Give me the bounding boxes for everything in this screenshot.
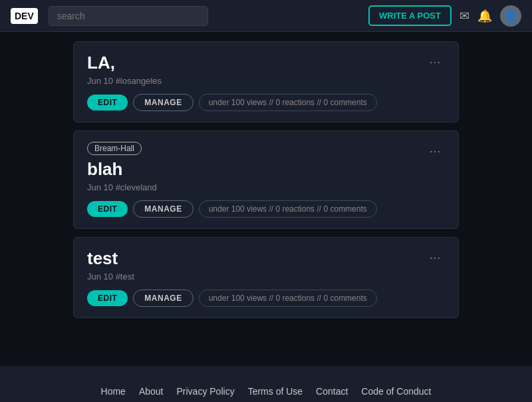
search-input[interactable] bbox=[49, 6, 208, 26]
footer-link[interactable]: Terms of Use bbox=[248, 386, 303, 397]
footer-link[interactable]: Code of Conduct bbox=[361, 386, 431, 397]
post-card-left: LA, Jun 10 #losangeles EDIT MANAGE under… bbox=[87, 53, 377, 111]
send-icon[interactable]: ✉ bbox=[460, 9, 469, 23]
post-title: test bbox=[87, 248, 377, 269]
post-card-top: LA, Jun 10 #losangeles EDIT MANAGE under… bbox=[87, 53, 445, 111]
post-stats: under 100 views // 0 reactions // 0 comm… bbox=[199, 290, 377, 307]
footer-link[interactable]: Privacy Policy bbox=[177, 386, 235, 397]
edit-button[interactable]: EDIT bbox=[87, 201, 128, 217]
bell-icon[interactable]: 🔔 bbox=[477, 9, 492, 23]
post-card-top: test Jun 10 #test EDIT MANAGE under 100 … bbox=[87, 248, 445, 307]
post-title: blah bbox=[87, 159, 377, 180]
post-tag[interactable]: Bream-Hall bbox=[87, 142, 142, 155]
post-card: Bream-Hall blah Jun 10 #cleveland EDIT M… bbox=[73, 130, 459, 229]
post-stats: under 100 views // 0 reactions // 0 comm… bbox=[199, 200, 377, 218]
footer-link[interactable]: About bbox=[139, 386, 164, 397]
edit-button[interactable]: EDIT bbox=[87, 290, 128, 306]
logo[interactable]: DEV bbox=[11, 8, 38, 24]
main-content: LA, Jun 10 #losangeles EDIT MANAGE under… bbox=[0, 32, 532, 318]
post-card: test Jun 10 #test EDIT MANAGE under 100 … bbox=[73, 237, 459, 318]
post-card: LA, Jun 10 #losangeles EDIT MANAGE under… bbox=[73, 41, 459, 122]
manage-button[interactable]: MANAGE bbox=[133, 200, 193, 218]
post-actions: EDIT MANAGE under 100 views // 0 reactio… bbox=[87, 200, 377, 218]
header-right: WRITE A POST ✉ 🔔 👤 bbox=[368, 5, 521, 27]
more-menu-button[interactable]: … bbox=[426, 142, 445, 156]
footer-link[interactable]: Home bbox=[101, 386, 126, 397]
post-card-left: test Jun 10 #test EDIT MANAGE under 100 … bbox=[87, 248, 377, 307]
post-title: LA, bbox=[87, 53, 377, 73]
post-card-left: Bream-Hall blah Jun 10 #cleveland EDIT M… bbox=[87, 142, 377, 218]
post-card-top: Bream-Hall blah Jun 10 #cleveland EDIT M… bbox=[87, 142, 445, 218]
post-actions: EDIT MANAGE under 100 views // 0 reactio… bbox=[87, 290, 377, 307]
more-menu-button[interactable]: … bbox=[426, 53, 445, 67]
footer-spacer bbox=[0, 326, 532, 366]
manage-button[interactable]: MANAGE bbox=[133, 94, 193, 111]
post-stats: under 100 views // 0 reactions // 0 comm… bbox=[199, 94, 377, 111]
manage-button[interactable]: MANAGE bbox=[133, 290, 193, 307]
post-meta: Jun 10 #cleveland bbox=[87, 182, 377, 192]
post-actions: EDIT MANAGE under 100 views // 0 reactio… bbox=[87, 94, 377, 111]
post-meta: Jun 10 #test bbox=[87, 272, 377, 282]
edit-button[interactable]: EDIT bbox=[87, 95, 128, 110]
post-meta: Jun 10 #losangeles bbox=[87, 76, 377, 86]
avatar[interactable]: 👤 bbox=[500, 5, 521, 27]
footer: HomeAboutPrivacy PolicyTerms of UseConta… bbox=[0, 366, 532, 402]
footer-link[interactable]: Contact bbox=[316, 386, 348, 397]
footer-links: HomeAboutPrivacy PolicyTerms of UseConta… bbox=[101, 386, 432, 397]
header: DEV WRITE A POST ✉ 🔔 👤 bbox=[0, 0, 532, 32]
more-menu-button[interactable]: … bbox=[426, 248, 445, 262]
write-post-button[interactable]: WRITE A POST bbox=[368, 5, 452, 26]
